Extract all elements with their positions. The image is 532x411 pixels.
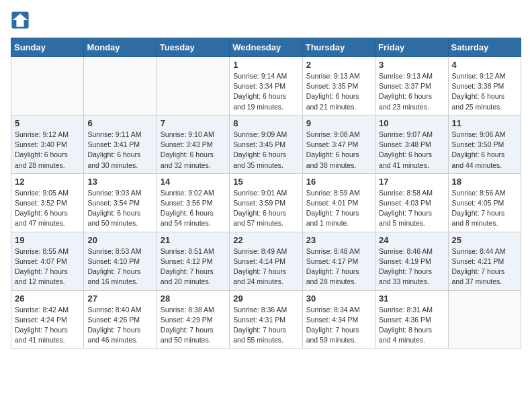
- calendar-cell: 1Sunrise: 9:14 AM Sunset: 3:34 PM Daylig…: [230, 57, 302, 116]
- day-number: 10: [379, 118, 444, 128]
- day-number: 7: [161, 118, 226, 128]
- calendar-week-row: 19Sunrise: 8:55 AM Sunset: 4:07 PM Dayli…: [11, 232, 521, 290]
- logo-icon: [11, 11, 30, 30]
- calendar-cell: 14Sunrise: 9:02 AM Sunset: 3:56 PM Dayli…: [157, 173, 229, 232]
- calendar-cell: 2Sunrise: 9:13 AM Sunset: 3:35 PM Daylig…: [302, 57, 375, 116]
- day-number: 1: [233, 60, 298, 70]
- calendar-cell: 10Sunrise: 9:07 AM Sunset: 3:48 PM Dayli…: [375, 115, 448, 173]
- day-number: 14: [161, 177, 226, 187]
- day-info: Sunrise: 8:58 AM Sunset: 4:03 PM Dayligh…: [379, 188, 444, 229]
- day-number: 27: [87, 293, 152, 304]
- day-number: 18: [452, 177, 517, 187]
- calendar-cell: 8Sunrise: 9:09 AM Sunset: 3:45 PM Daylig…: [230, 115, 302, 173]
- day-info: Sunrise: 8:44 AM Sunset: 4:21 PM Dayligh…: [452, 246, 517, 287]
- calendar-cell: 29Sunrise: 8:36 AM Sunset: 4:31 PM Dayli…: [230, 290, 302, 349]
- day-number: 9: [306, 118, 371, 128]
- calendar-cell: [157, 57, 229, 116]
- calendar-cell: 7Sunrise: 9:10 AM Sunset: 3:43 PM Daylig…: [157, 115, 229, 173]
- calendar-cell: 31Sunrise: 8:31 AM Sunset: 4:36 PM Dayli…: [375, 290, 448, 349]
- day-info: Sunrise: 8:34 AM Sunset: 4:34 PM Dayligh…: [306, 305, 371, 346]
- calendar-cell: 18Sunrise: 8:56 AM Sunset: 4:05 PM Dayli…: [448, 173, 521, 232]
- calendar-cell: 24Sunrise: 8:46 AM Sunset: 4:19 PM Dayli…: [375, 232, 448, 290]
- calendar-week-row: 5Sunrise: 9:12 AM Sunset: 3:40 PM Daylig…: [11, 115, 521, 173]
- calendar-cell: 20Sunrise: 8:53 AM Sunset: 4:10 PM Dayli…: [84, 232, 157, 290]
- calendar-cell: 22Sunrise: 8:49 AM Sunset: 4:14 PM Dayli…: [230, 232, 302, 290]
- day-info: Sunrise: 9:13 AM Sunset: 3:35 PM Dayligh…: [306, 71, 371, 112]
- day-number: 21: [161, 235, 226, 245]
- calendar-cell: [448, 290, 521, 349]
- calendar-week-row: 1Sunrise: 9:14 AM Sunset: 3:34 PM Daylig…: [11, 57, 521, 116]
- weekday-header-saturday: Saturday: [448, 38, 521, 57]
- day-number: 23: [306, 235, 371, 245]
- day-info: Sunrise: 9:13 AM Sunset: 3:37 PM Dayligh…: [379, 71, 444, 112]
- day-info: Sunrise: 9:02 AM Sunset: 3:56 PM Dayligh…: [161, 188, 226, 229]
- day-number: 31: [379, 293, 444, 304]
- calendar-cell: 4Sunrise: 9:12 AM Sunset: 3:38 PM Daylig…: [448, 57, 521, 116]
- day-info: Sunrise: 9:09 AM Sunset: 3:45 PM Dayligh…: [233, 130, 298, 171]
- calendar-cell: 26Sunrise: 8:42 AM Sunset: 4:24 PM Dayli…: [11, 290, 84, 349]
- calendar-cell: 6Sunrise: 9:11 AM Sunset: 3:41 PM Daylig…: [84, 115, 157, 173]
- day-info: Sunrise: 9:07 AM Sunset: 3:48 PM Dayligh…: [379, 130, 444, 171]
- day-info: Sunrise: 9:10 AM Sunset: 3:43 PM Dayligh…: [161, 130, 226, 171]
- day-info: Sunrise: 8:38 AM Sunset: 4:29 PM Dayligh…: [161, 305, 226, 346]
- day-number: 8: [233, 118, 298, 128]
- calendar-cell: [11, 57, 84, 116]
- weekday-header-friday: Friday: [375, 38, 448, 57]
- day-number: 26: [15, 293, 80, 304]
- day-number: 15: [233, 177, 298, 187]
- day-number: 17: [379, 177, 444, 187]
- day-info: Sunrise: 8:42 AM Sunset: 4:24 PM Dayligh…: [15, 305, 80, 346]
- day-info: Sunrise: 9:06 AM Sunset: 3:50 PM Dayligh…: [452, 130, 517, 171]
- calendar-cell: 21Sunrise: 8:51 AM Sunset: 4:12 PM Dayli…: [157, 232, 229, 290]
- day-info: Sunrise: 8:48 AM Sunset: 4:17 PM Dayligh…: [306, 246, 371, 287]
- weekday-header-tuesday: Tuesday: [157, 38, 229, 57]
- day-info: Sunrise: 8:53 AM Sunset: 4:10 PM Dayligh…: [87, 246, 152, 287]
- calendar-week-row: 26Sunrise: 8:42 AM Sunset: 4:24 PM Dayli…: [11, 290, 521, 349]
- day-info: Sunrise: 8:59 AM Sunset: 4:01 PM Dayligh…: [306, 188, 371, 229]
- day-number: 24: [379, 235, 444, 245]
- calendar-cell: 27Sunrise: 8:40 AM Sunset: 4:26 PM Dayli…: [84, 290, 157, 349]
- weekday-header-thursday: Thursday: [302, 38, 375, 57]
- day-info: Sunrise: 8:49 AM Sunset: 4:14 PM Dayligh…: [233, 246, 298, 287]
- day-number: 16: [306, 177, 371, 187]
- page-container: SundayMondayTuesdayWednesdayThursdayFrid…: [0, 0, 532, 354]
- day-info: Sunrise: 8:31 AM Sunset: 4:36 PM Dayligh…: [379, 305, 444, 346]
- calendar-cell: [84, 57, 157, 116]
- day-number: 30: [306, 293, 371, 304]
- day-number: 20: [87, 235, 152, 245]
- calendar-cell: 30Sunrise: 8:34 AM Sunset: 4:34 PM Dayli…: [302, 290, 375, 349]
- day-number: 13: [87, 177, 152, 187]
- calendar-cell: 23Sunrise: 8:48 AM Sunset: 4:17 PM Dayli…: [302, 232, 375, 290]
- calendar-cell: 13Sunrise: 9:03 AM Sunset: 3:54 PM Dayli…: [84, 173, 157, 232]
- day-number: 3: [379, 60, 444, 70]
- calendar-cell: 17Sunrise: 8:58 AM Sunset: 4:03 PM Dayli…: [375, 173, 448, 232]
- day-info: Sunrise: 8:46 AM Sunset: 4:19 PM Dayligh…: [379, 246, 444, 287]
- calendar-week-row: 12Sunrise: 9:05 AM Sunset: 3:52 PM Dayli…: [11, 173, 521, 232]
- day-info: Sunrise: 9:01 AM Sunset: 3:59 PM Dayligh…: [233, 188, 298, 229]
- day-info: Sunrise: 8:36 AM Sunset: 4:31 PM Dayligh…: [233, 305, 298, 346]
- day-number: 12: [15, 177, 80, 187]
- calendar-cell: 11Sunrise: 9:06 AM Sunset: 3:50 PM Dayli…: [448, 115, 521, 173]
- day-info: Sunrise: 9:03 AM Sunset: 3:54 PM Dayligh…: [87, 188, 152, 229]
- weekday-header-monday: Monday: [84, 38, 157, 57]
- calendar-cell: 5Sunrise: 9:12 AM Sunset: 3:40 PM Daylig…: [11, 115, 84, 173]
- day-number: 22: [233, 235, 298, 245]
- calendar-cell: 28Sunrise: 8:38 AM Sunset: 4:29 PM Dayli…: [157, 290, 229, 349]
- calendar-cell: 9Sunrise: 9:08 AM Sunset: 3:47 PM Daylig…: [302, 115, 375, 173]
- weekday-header-wednesday: Wednesday: [230, 38, 302, 57]
- day-number: 11: [452, 118, 517, 128]
- day-number: 5: [15, 118, 80, 128]
- day-number: 19: [15, 235, 80, 245]
- day-info: Sunrise: 8:55 AM Sunset: 4:07 PM Dayligh…: [15, 246, 80, 287]
- header: [11, 11, 521, 30]
- calendar-cell: 12Sunrise: 9:05 AM Sunset: 3:52 PM Dayli…: [11, 173, 84, 232]
- day-number: 4: [452, 60, 517, 70]
- day-info: Sunrise: 9:11 AM Sunset: 3:41 PM Dayligh…: [87, 130, 152, 171]
- day-number: 29: [233, 293, 298, 304]
- day-number: 2: [306, 60, 371, 70]
- weekday-header-sunday: Sunday: [11, 38, 84, 57]
- logo: [11, 11, 31, 30]
- day-info: Sunrise: 8:40 AM Sunset: 4:26 PM Dayligh…: [87, 305, 152, 346]
- calendar-cell: 3Sunrise: 9:13 AM Sunset: 3:37 PM Daylig…: [375, 57, 448, 116]
- calendar-table: SundayMondayTuesdayWednesdayThursdayFrid…: [11, 38, 521, 349]
